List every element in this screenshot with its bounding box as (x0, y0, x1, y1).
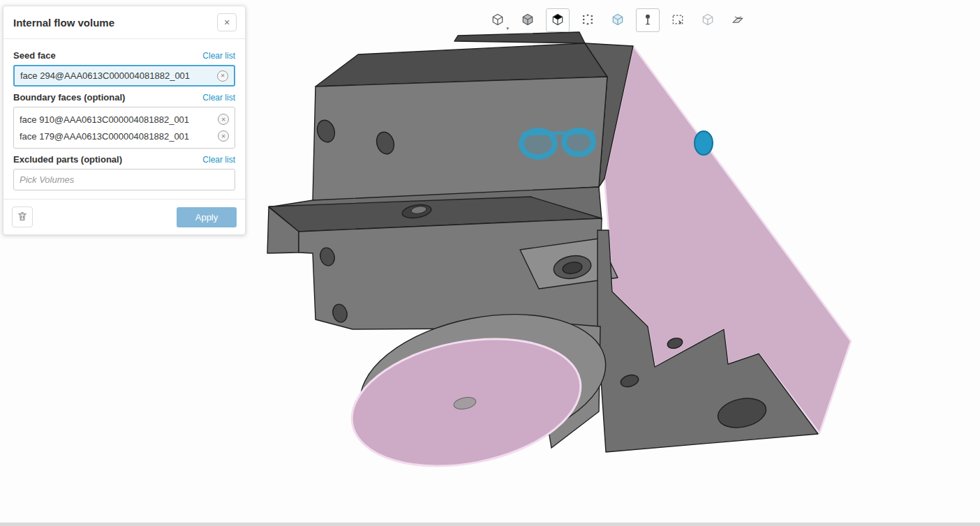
transparent-view-icon (611, 13, 625, 29)
probe-point-icon (641, 13, 655, 29)
list-item[interactable]: face 910@AAA0613C000004081882_001 ✕ (20, 111, 229, 128)
remove-boundary-face-icon[interactable]: ✕ (218, 114, 229, 125)
dialog-header: Internal flow volume ✕ (3, 6, 245, 39)
dropdown-caret-icon: ▾ (506, 26, 509, 31)
boundary-faces-clear-link[interactable]: Clear list (202, 93, 235, 103)
list-item[interactable]: face 179@AAA0613C000004081882_001 ✕ (20, 128, 229, 144)
apply-button[interactable]: Apply (177, 207, 237, 227)
seed-face-input[interactable]: face 294@AAA0613C000004081882_001 ✕ (13, 65, 235, 87)
delete-button[interactable] (12, 206, 33, 227)
cad-model[interactable] (267, 32, 851, 484)
boundary-face-value: face 179@AAA0613C000004081882_001 (20, 131, 189, 142)
orient-cube-icon (491, 13, 505, 29)
select-vertex-button[interactable] (576, 8, 600, 32)
boundary-faces-list: face 910@AAA0613C000004081882_001 ✕ face… (13, 107, 235, 149)
excluded-parts-label: Excluded parts (optional) (13, 154, 122, 165)
internal-flow-volume-dialog: Internal flow volume ✕ Seed face Clear l… (3, 6, 246, 235)
boundary-faces-row: Boundary faces (optional) Clear list (13, 92, 235, 103)
boundary-faces-label: Boundary faces (optional) (13, 92, 125, 103)
select-volume-icon (521, 13, 535, 29)
seed-face-row: Seed face Clear list (13, 50, 235, 61)
trash-icon (17, 211, 28, 224)
seed-face-hole-highlight[interactable] (695, 131, 713, 155)
excluded-parts-clear-link[interactable]: Clear list (202, 155, 235, 165)
close-button[interactable]: ✕ (217, 13, 237, 31)
select-face-button[interactable] (546, 8, 570, 32)
section-plane-icon (731, 13, 745, 29)
top-step-face (454, 32, 585, 43)
probe-point-button[interactable] (636, 8, 660, 32)
seed-face-clear-link[interactable]: Clear list (202, 51, 235, 61)
seed-face-label: Seed face (13, 50, 56, 61)
view-toolbar: ▾ (486, 8, 750, 32)
select-face-icon (551, 13, 565, 29)
remove-seed-face-icon[interactable]: ✕ (217, 70, 228, 82)
orient-cube-button[interactable]: ▾ (486, 8, 510, 32)
app-window: ▾ (0, 0, 980, 526)
box-select-icon (671, 13, 685, 29)
dialog-title: Internal flow volume (13, 17, 114, 29)
boundary-face-value: face 910@AAA0613C000004081882_001 (20, 114, 189, 125)
box-select-button[interactable] (666, 8, 690, 32)
excluded-parts-row: Excluded parts (optional) Clear list (13, 154, 235, 165)
hide-selection-button[interactable] (696, 8, 720, 32)
section-plane-button[interactable] (726, 8, 750, 32)
transparent-view-button[interactable] (606, 8, 630, 32)
seed-face-value: face 294@AAA0613C000004081882_001 (20, 70, 190, 81)
dialog-body: Seed face Clear list face 294@AAA0613C00… (3, 39, 245, 199)
bottom-edge (0, 523, 980, 526)
select-volume-button[interactable] (516, 8, 540, 32)
dialog-footer: Apply (3, 199, 245, 234)
close-icon: ✕ (223, 18, 230, 27)
hide-selection-icon (701, 13, 715, 29)
select-vertex-icon (581, 13, 595, 29)
remove-boundary-face-icon[interactable]: ✕ (218, 130, 229, 142)
excluded-parts-input[interactable] (13, 169, 235, 190)
